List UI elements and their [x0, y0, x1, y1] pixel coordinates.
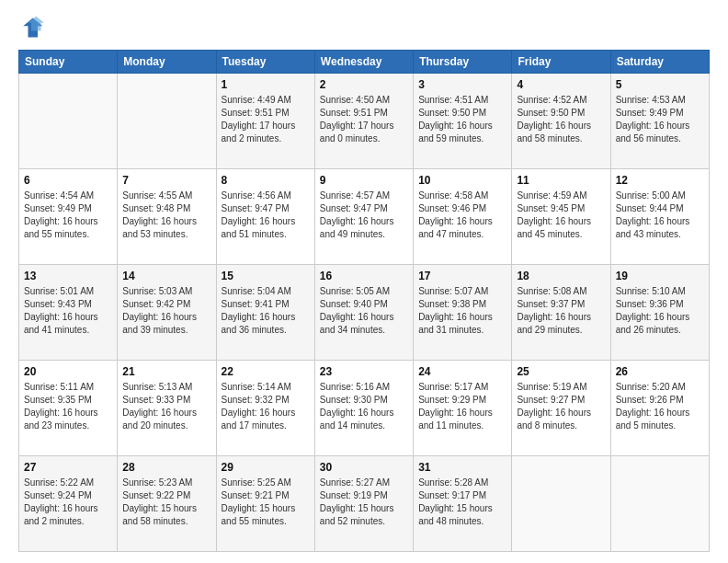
day-number: 29	[222, 460, 310, 475]
day-cell	[512, 456, 610, 552]
day-number: 13	[24, 269, 112, 283]
week-row-1: 1Sunrise: 4:49 AMSunset: 9:51 PMDaylight…	[19, 74, 710, 169]
day-number: 10	[418, 173, 506, 188]
day-info: Sunrise: 5:16 AMSunset: 9:30 PMDaylight:…	[320, 381, 408, 432]
day-cell: 14Sunrise: 5:03 AMSunset: 9:42 PMDayligh…	[118, 265, 216, 361]
day-number: 14	[122, 269, 210, 283]
day-info: Sunrise: 5:28 AMSunset: 9:17 PMDaylight:…	[418, 477, 506, 528]
day-cell: 19Sunrise: 5:10 AMSunset: 9:36 PMDayligh…	[610, 265, 709, 361]
weekday-friday: Friday	[512, 51, 610, 74]
day-cell: 6Sunrise: 4:54 AMSunset: 9:49 PMDaylight…	[19, 169, 118, 265]
day-number: 27	[24, 460, 112, 475]
day-cell: 22Sunrise: 5:14 AMSunset: 9:32 PMDayligh…	[216, 361, 314, 456]
day-info: Sunrise: 4:59 AMSunset: 9:45 PMDaylight:…	[517, 190, 605, 241]
day-info: Sunrise: 5:23 AMSunset: 9:22 PMDaylight:…	[122, 477, 210, 528]
day-cell: 7Sunrise: 4:55 AMSunset: 9:48 PMDaylight…	[118, 169, 216, 265]
day-cell: 21Sunrise: 5:13 AMSunset: 9:33 PMDayligh…	[118, 361, 216, 456]
day-info: Sunrise: 4:50 AMSunset: 9:51 PMDaylight:…	[320, 94, 408, 145]
day-number: 19	[616, 269, 704, 283]
week-row-2: 6Sunrise: 4:54 AMSunset: 9:49 PMDaylight…	[19, 169, 710, 265]
day-info: Sunrise: 5:27 AMSunset: 9:19 PMDaylight:…	[320, 477, 408, 528]
day-info: Sunrise: 5:08 AMSunset: 9:37 PMDaylight:…	[517, 285, 605, 337]
day-cell: 17Sunrise: 5:07 AMSunset: 9:38 PMDayligh…	[414, 265, 512, 361]
day-cell: 13Sunrise: 5:01 AMSunset: 9:43 PMDayligh…	[19, 265, 118, 361]
day-cell: 15Sunrise: 5:04 AMSunset: 9:41 PMDayligh…	[216, 265, 314, 361]
weekday-wednesday: Wednesday	[314, 51, 413, 74]
day-info: Sunrise: 4:57 AMSunset: 9:47 PMDaylight:…	[320, 190, 408, 241]
day-number: 3	[418, 77, 506, 92]
day-info: Sunrise: 4:55 AMSunset: 9:48 PMDaylight:…	[122, 190, 210, 241]
weekday-saturday: Saturday	[610, 51, 709, 74]
day-cell: 5Sunrise: 4:53 AMSunset: 9:49 PMDaylight…	[610, 74, 709, 169]
day-cell: 28Sunrise: 5:23 AMSunset: 9:22 PMDayligh…	[118, 456, 216, 552]
day-cell: 10Sunrise: 4:58 AMSunset: 9:46 PMDayligh…	[414, 169, 512, 265]
day-number: 18	[517, 269, 605, 283]
day-info: Sunrise: 4:52 AMSunset: 9:50 PMDaylight:…	[517, 94, 605, 145]
header	[18, 15, 710, 40]
week-row-3: 13Sunrise: 5:01 AMSunset: 9:43 PMDayligh…	[19, 265, 710, 361]
day-info: Sunrise: 5:04 AMSunset: 9:41 PMDaylight:…	[222, 285, 310, 337]
day-number: 28	[122, 460, 210, 475]
day-cell: 29Sunrise: 5:25 AMSunset: 9:21 PMDayligh…	[216, 456, 314, 552]
weekday-sunday: Sunday	[19, 51, 118, 74]
day-info: Sunrise: 5:25 AMSunset: 9:21 PMDaylight:…	[222, 477, 310, 528]
day-info: Sunrise: 5:00 AMSunset: 9:44 PMDaylight:…	[616, 190, 704, 241]
day-number: 11	[517, 173, 605, 188]
day-info: Sunrise: 5:19 AMSunset: 9:27 PMDaylight:…	[517, 381, 605, 432]
logo	[18, 15, 48, 40]
day-cell: 26Sunrise: 5:20 AMSunset: 9:26 PMDayligh…	[610, 361, 709, 456]
day-number: 7	[122, 173, 210, 188]
weekday-tuesday: Tuesday	[216, 51, 314, 74]
day-cell: 25Sunrise: 5:19 AMSunset: 9:27 PMDayligh…	[512, 361, 610, 456]
day-info: Sunrise: 4:51 AMSunset: 9:50 PMDaylight:…	[418, 94, 506, 145]
day-cell: 8Sunrise: 4:56 AMSunset: 9:47 PMDaylight…	[216, 169, 314, 265]
day-cell: 2Sunrise: 4:50 AMSunset: 9:51 PMDaylight…	[314, 74, 413, 169]
day-number: 12	[616, 173, 704, 188]
weekday-monday: Monday	[118, 51, 216, 74]
logo-icon	[18, 15, 44, 40]
day-number: 1	[222, 77, 310, 92]
day-number: 2	[320, 77, 408, 92]
day-number: 9	[320, 173, 408, 188]
day-number: 24	[418, 364, 506, 379]
day-info: Sunrise: 4:49 AMSunset: 9:51 PMDaylight:…	[222, 94, 310, 145]
day-number: 31	[418, 460, 506, 475]
day-number: 4	[517, 77, 605, 92]
day-info: Sunrise: 4:56 AMSunset: 9:47 PMDaylight:…	[222, 190, 310, 241]
day-number: 15	[222, 269, 310, 283]
day-cell: 12Sunrise: 5:00 AMSunset: 9:44 PMDayligh…	[610, 169, 709, 265]
day-number: 26	[616, 364, 704, 379]
calendar-header: SundayMondayTuesdayWednesdayThursdayFrid…	[19, 51, 710, 74]
day-number: 16	[320, 269, 408, 283]
day-cell: 23Sunrise: 5:16 AMSunset: 9:30 PMDayligh…	[314, 361, 413, 456]
week-row-5: 27Sunrise: 5:22 AMSunset: 9:24 PMDayligh…	[19, 456, 710, 552]
page: SundayMondayTuesdayWednesdayThursdayFrid…	[0, 0, 728, 563]
day-number: 17	[418, 269, 506, 283]
day-cell: 18Sunrise: 5:08 AMSunset: 9:37 PMDayligh…	[512, 265, 610, 361]
day-number: 21	[122, 364, 210, 379]
calendar-body: 1Sunrise: 4:49 AMSunset: 9:51 PMDaylight…	[19, 74, 710, 552]
day-cell	[610, 456, 709, 552]
day-number: 22	[222, 364, 310, 379]
day-info: Sunrise: 5:14 AMSunset: 9:32 PMDaylight:…	[222, 381, 310, 432]
day-info: Sunrise: 4:58 AMSunset: 9:46 PMDaylight:…	[418, 190, 506, 241]
day-cell: 3Sunrise: 4:51 AMSunset: 9:50 PMDaylight…	[414, 74, 512, 169]
day-number: 6	[24, 173, 112, 188]
weekday-header-row: SundayMondayTuesdayWednesdayThursdayFrid…	[19, 51, 710, 74]
day-cell	[19, 74, 118, 169]
day-cell	[118, 74, 216, 169]
day-info: Sunrise: 5:07 AMSunset: 9:38 PMDaylight:…	[418, 285, 506, 337]
day-cell: 4Sunrise: 4:52 AMSunset: 9:50 PMDaylight…	[512, 74, 610, 169]
day-number: 8	[222, 173, 310, 188]
day-cell: 31Sunrise: 5:28 AMSunset: 9:17 PMDayligh…	[414, 456, 512, 552]
day-cell: 9Sunrise: 4:57 AMSunset: 9:47 PMDaylight…	[314, 169, 413, 265]
calendar-table: SundayMondayTuesdayWednesdayThursdayFrid…	[18, 50, 710, 552]
day-cell: 1Sunrise: 4:49 AMSunset: 9:51 PMDaylight…	[216, 74, 314, 169]
day-info: Sunrise: 5:10 AMSunset: 9:36 PMDaylight:…	[616, 285, 704, 337]
day-cell: 20Sunrise: 5:11 AMSunset: 9:35 PMDayligh…	[19, 361, 118, 456]
day-info: Sunrise: 5:13 AMSunset: 9:33 PMDaylight:…	[122, 381, 210, 432]
weekday-thursday: Thursday	[414, 51, 512, 74]
day-cell: 16Sunrise: 5:05 AMSunset: 9:40 PMDayligh…	[314, 265, 413, 361]
week-row-4: 20Sunrise: 5:11 AMSunset: 9:35 PMDayligh…	[19, 361, 710, 456]
day-info: Sunrise: 4:54 AMSunset: 9:49 PMDaylight:…	[24, 190, 112, 241]
